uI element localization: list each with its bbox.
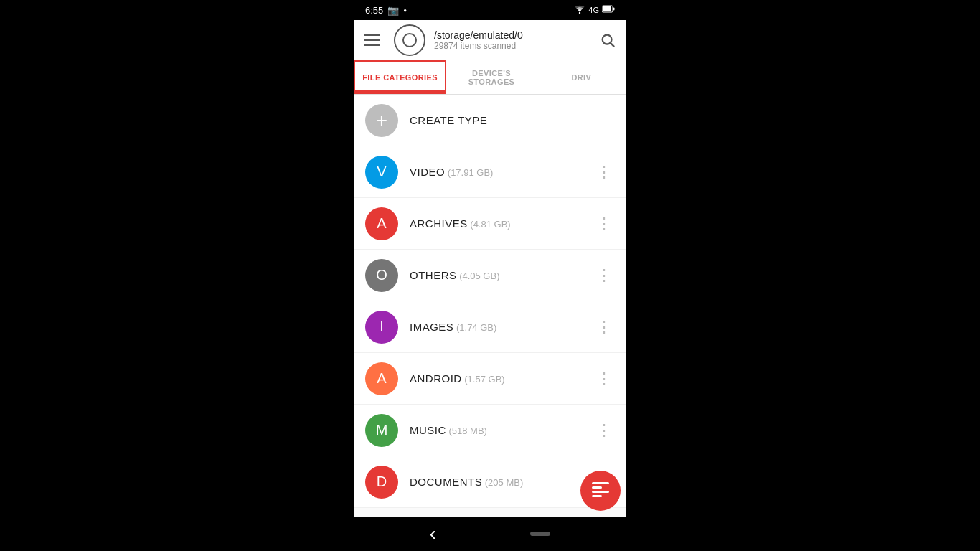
list-item-create-type[interactable]: +CREATE TYPE	[354, 95, 626, 146]
svg-point-4	[603, 35, 612, 44]
tabs-bar: FILE CATEGORIES DEVICE'S STORAGES DRIV	[354, 60, 626, 95]
logo-inner-circle	[402, 33, 417, 47]
avatar-documents: D	[365, 466, 398, 499]
item-name-archives: ARCHIVES	[410, 217, 468, 230]
phone-container: 6:55 📷 ● 4G	[354, 0, 626, 551]
camera-icon: 📷	[387, 5, 399, 16]
more-button-music[interactable]: ⋮	[593, 418, 615, 443]
list-item-others[interactable]: OOTHERS (4.05 GB)⋮	[354, 250, 626, 301]
item-name-others: OTHERS	[410, 269, 457, 281]
app-bar: /storage/emulated/0 29874 items scanned	[354, 20, 626, 60]
more-button-video[interactable]: ⋮	[593, 160, 615, 184]
avatar-others: O	[365, 259, 398, 292]
status-time: 6:55	[365, 5, 383, 16]
status-bar-right: 4G	[574, 5, 615, 16]
list-item-images[interactable]: IIMAGES (1.74 GB)⋮	[354, 301, 626, 353]
item-size-android: (1.57 GB)	[462, 374, 505, 385]
svg-point-0	[579, 11, 580, 13]
item-text-others: OTHERS (4.05 GB)	[410, 269, 593, 282]
item-name-video: VIDEO	[410, 166, 445, 178]
tab-drives[interactable]: DRIV	[537, 60, 626, 94]
avatar-create-type: +	[365, 104, 398, 137]
item-text-documents: DOCUMENTS (205 MB)	[410, 476, 593, 489]
nav-bar: ‹	[354, 517, 626, 551]
app-title: /storage/emulated/0 29874 items scanned	[434, 29, 586, 51]
back-button[interactable]: ‹	[430, 522, 436, 545]
categories-list: +CREATE TYPE VVIDEO (17.91 GB)⋮AARCHIVES…	[354, 95, 626, 517]
svg-rect-2	[603, 6, 611, 11]
avatar-music: M	[365, 414, 398, 447]
status-bar: 6:55 📷 ● 4G	[354, 0, 626, 20]
avatar-video: V	[365, 156, 398, 189]
avatar-android: A	[365, 362, 398, 395]
more-button-others[interactable]: ⋮	[593, 263, 615, 288]
watermark-logo	[580, 471, 621, 511]
tab-devices-storages[interactable]: DEVICE'S STORAGES	[446, 60, 536, 94]
item-size-archives: (4.81 GB)	[468, 219, 511, 230]
menu-line-2	[364, 39, 380, 41]
current-path: /storage/emulated/0	[434, 29, 586, 41]
svg-rect-8	[592, 491, 609, 493]
item-text-video: VIDEO (17.91 GB)	[410, 166, 593, 179]
item-size-documents: (205 MB)	[482, 477, 523, 488]
svg-rect-7	[592, 486, 602, 489]
dot-icon: ●	[403, 7, 407, 14]
item-name-images: IMAGES	[410, 321, 453, 333]
tab-file-categories[interactable]: FILE CATEGORIES	[354, 60, 446, 94]
scan-subtitle: 29874 items scanned	[434, 41, 586, 51]
menu-line-1	[364, 34, 380, 36]
item-text-images: IMAGES (1.74 GB)	[410, 321, 593, 334]
list-item-archives[interactable]: AARCHIVES (4.81 GB)⋮	[354, 198, 626, 250]
search-button[interactable]	[595, 27, 621, 53]
item-text-music: MUSIC (518 MB)	[410, 424, 593, 437]
menu-line-3	[364, 44, 380, 46]
svg-rect-3	[613, 8, 615, 11]
item-text-archives: ARCHIVES (4.81 GB)	[410, 217, 593, 230]
avatar-archives: A	[365, 207, 398, 240]
status-bar-left: 6:55 📷 ●	[365, 5, 407, 16]
svg-line-5	[611, 43, 614, 47]
svg-rect-9	[592, 495, 602, 497]
svg-rect-6	[592, 482, 609, 484]
item-size-images: (1.74 GB)	[453, 322, 496, 333]
list-item-android[interactable]: AANDROID (1.57 GB)⋮	[354, 353, 626, 405]
battery-icon	[602, 5, 615, 15]
item-size-video: (17.91 GB)	[445, 167, 493, 178]
list-item-music[interactable]: MMUSIC (518 MB)⋮	[354, 405, 626, 456]
menu-button[interactable]	[359, 27, 385, 53]
more-button-archives[interactable]: ⋮	[593, 212, 615, 236]
more-button-images[interactable]: ⋮	[593, 315, 615, 339]
item-name-android: ANDROID	[410, 372, 462, 385]
list-item-video[interactable]: VVIDEO (17.91 GB)⋮	[354, 146, 626, 198]
wifi-icon	[574, 5, 585, 16]
avatar-images: I	[365, 311, 398, 344]
item-name-music: MUSIC	[410, 424, 446, 436]
item-name-documents: DOCUMENTS	[410, 476, 482, 488]
home-indicator	[530, 532, 550, 536]
item-size-music: (518 MB)	[446, 425, 487, 436]
app-logo	[394, 24, 425, 56]
item-text-create-type: CREATE TYPE	[410, 114, 615, 127]
more-button-android[interactable]: ⋮	[593, 367, 615, 391]
item-size-others: (4.05 GB)	[457, 270, 500, 281]
signal-4g: 4G	[588, 6, 599, 14]
item-name-create-type: CREATE TYPE	[410, 114, 487, 126]
item-text-android: ANDROID (1.57 GB)	[410, 372, 593, 385]
